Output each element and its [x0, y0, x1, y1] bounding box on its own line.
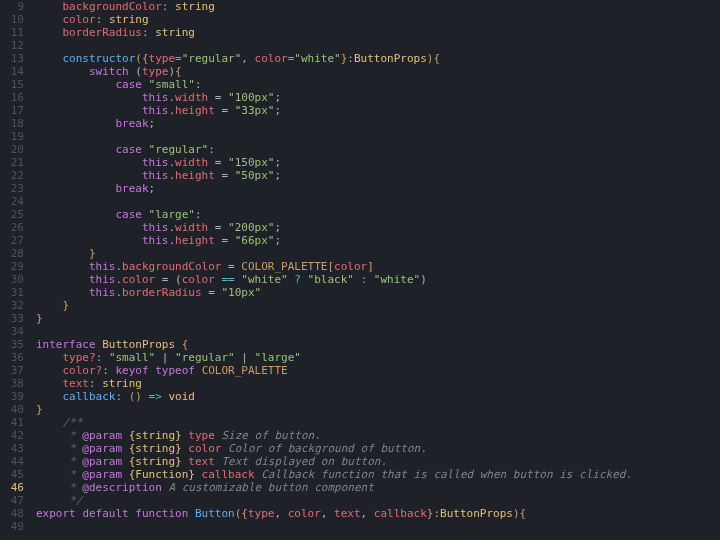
line-number: 41	[0, 416, 24, 429]
code-line[interactable]: * @param {Function} callback Callback fu…	[36, 468, 720, 481]
line-number: 28	[0, 247, 24, 260]
line-number: 18	[0, 117, 24, 130]
line-number: 39	[0, 390, 24, 403]
line-number: 12	[0, 39, 24, 52]
code-line[interactable]: break;	[36, 182, 720, 195]
code-line[interactable]: interface ButtonProps {	[36, 338, 720, 351]
code-line[interactable]: }	[36, 247, 720, 260]
line-number: 33	[0, 312, 24, 325]
line-number: 13	[0, 52, 24, 65]
line-number: 30	[0, 273, 24, 286]
line-number: 49	[0, 520, 24, 533]
code-line[interactable]: }	[36, 299, 720, 312]
code-line[interactable]: break;	[36, 117, 720, 130]
code-line[interactable]: this.borderRadius = "10px"	[36, 286, 720, 299]
line-number: 40	[0, 403, 24, 416]
line-number: 26	[0, 221, 24, 234]
code-line[interactable]: this.width = "150px";	[36, 156, 720, 169]
code-line[interactable]: this.width = "100px";	[36, 91, 720, 104]
line-number: 25	[0, 208, 24, 221]
code-line[interactable]	[36, 39, 720, 52]
code-line[interactable]: * @param {string} type Size of button.	[36, 429, 720, 442]
code-line[interactable]	[36, 325, 720, 338]
line-number: 20	[0, 143, 24, 156]
code-line[interactable]	[36, 130, 720, 143]
line-number: 10	[0, 13, 24, 26]
line-number: 36	[0, 351, 24, 364]
code-line[interactable]	[36, 520, 720, 533]
line-number: 29	[0, 260, 24, 273]
code-line[interactable]: * @param {string} text Text displayed on…	[36, 455, 720, 468]
code-line[interactable]	[36, 195, 720, 208]
line-number: 34	[0, 325, 24, 338]
code-line[interactable]: this.backgroundColor = COLOR_PALETTE[col…	[36, 260, 720, 273]
code-line[interactable]: type?: "small" | "regular" | "large"	[36, 351, 720, 364]
line-number: 19	[0, 130, 24, 143]
line-number: 43	[0, 442, 24, 455]
line-number: 31	[0, 286, 24, 299]
line-number: 22	[0, 169, 24, 182]
code-line[interactable]: callback: () => void	[36, 390, 720, 403]
code-line[interactable]: this.width = "200px";	[36, 221, 720, 234]
code-line[interactable]: switch (type){	[36, 65, 720, 78]
code-line[interactable]: }	[36, 312, 720, 325]
line-number: 38	[0, 377, 24, 390]
line-number: 45	[0, 468, 24, 481]
code-line[interactable]: case "small":	[36, 78, 720, 91]
line-number: 11	[0, 26, 24, 39]
code-line[interactable]: this.color = (color == "white" ? "black"…	[36, 273, 720, 286]
code-line[interactable]: case "large":	[36, 208, 720, 221]
code-area[interactable]: backgroundColor: string color: string bo…	[36, 0, 720, 540]
code-line[interactable]: this.height = "33px";	[36, 104, 720, 117]
line-number: 47	[0, 494, 24, 507]
code-line[interactable]: this.height = "50px";	[36, 169, 720, 182]
code-line[interactable]: * @description A customizable button com…	[36, 481, 720, 494]
code-line[interactable]: }	[36, 403, 720, 416]
line-number: 32	[0, 299, 24, 312]
line-number: 48	[0, 507, 24, 520]
line-number: 23	[0, 182, 24, 195]
line-number: 16	[0, 91, 24, 104]
line-number: 9	[0, 0, 24, 13]
line-number-gutter: 9101112131415161718192021222324252627282…	[0, 0, 36, 540]
code-line[interactable]: export default function Button({type, co…	[36, 507, 720, 520]
line-number: 24	[0, 195, 24, 208]
code-editor[interactable]: 9101112131415161718192021222324252627282…	[0, 0, 720, 540]
code-line[interactable]: backgroundColor: string	[36, 0, 720, 13]
line-number: 14	[0, 65, 24, 78]
code-line[interactable]: /**	[36, 416, 720, 429]
line-number: 44	[0, 455, 24, 468]
code-line[interactable]: constructor({type="regular", color="whit…	[36, 52, 720, 65]
line-number: 21	[0, 156, 24, 169]
code-line[interactable]: color?: keyof typeof COLOR_PALETTE	[36, 364, 720, 377]
line-number: 17	[0, 104, 24, 117]
code-line[interactable]: this.height = "66px";	[36, 234, 720, 247]
code-line[interactable]: text: string	[36, 377, 720, 390]
line-number: 27	[0, 234, 24, 247]
code-line[interactable]: borderRadius: string	[36, 26, 720, 39]
code-line[interactable]: case "regular":	[36, 143, 720, 156]
line-number: 42	[0, 429, 24, 442]
code-line[interactable]: */	[36, 494, 720, 507]
line-number: 46	[0, 481, 24, 494]
line-number: 15	[0, 78, 24, 91]
line-number: 35	[0, 338, 24, 351]
code-line[interactable]: * @param {string} color Color of backgro…	[36, 442, 720, 455]
line-number: 37	[0, 364, 24, 377]
code-line[interactable]: color: string	[36, 13, 720, 26]
